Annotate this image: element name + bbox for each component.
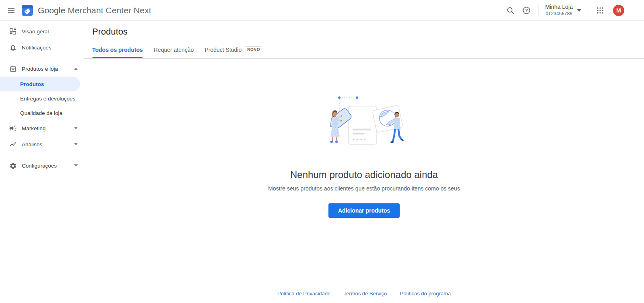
sidebar-item-label: Produtos bbox=[20, 81, 44, 87]
footer-separator: · bbox=[336, 291, 338, 297]
sidebar-divider bbox=[0, 155, 84, 155]
tab-bar: Todos os produtos Requer atenção Product… bbox=[84, 42, 644, 59]
chevron-down-icon bbox=[74, 164, 78, 167]
tab-needs-attention[interactable]: Requer atenção bbox=[154, 42, 194, 58]
empty-state: Nenhum produto adicionado ainda Mostre s… bbox=[84, 59, 644, 303]
sidebar-item-products-store[interactable]: Produtos e loja bbox=[0, 61, 84, 77]
app-title-google: Google bbox=[38, 6, 65, 15]
new-badge: NOVO bbox=[245, 46, 262, 53]
search-icon bbox=[506, 6, 515, 15]
sidebar-item-marketing[interactable]: Marketing bbox=[0, 120, 84, 136]
sidebar-divider bbox=[0, 58, 84, 58]
main-content: Produtos Todos os produtos Requer atençã… bbox=[84, 21, 644, 303]
apps-grid-icon bbox=[596, 6, 604, 14]
page-title: Produtos bbox=[92, 26, 644, 37]
box-icon bbox=[9, 65, 17, 73]
sidebar-item-label: Qualidade da loja bbox=[20, 110, 62, 116]
terms-of-service-link[interactable]: Termos de Serviço bbox=[344, 291, 387, 297]
empty-state-heading: Nenhum produto adicionado ainda bbox=[290, 169, 438, 180]
help-icon: ? bbox=[522, 6, 531, 15]
header-divider bbox=[539, 4, 539, 16]
app-title-product: Merchant Center Next bbox=[68, 6, 151, 15]
megaphone-icon bbox=[9, 124, 17, 132]
add-products-button[interactable]: Adicionar produtos bbox=[328, 203, 400, 218]
sidebar-item-overview[interactable]: Visão geral bbox=[0, 23, 84, 39]
hamburger-icon bbox=[7, 6, 15, 14]
sidebar-item-label: Configurações bbox=[22, 163, 57, 169]
triangle-down-icon bbox=[577, 9, 581, 12]
merchant-center-logo-icon bbox=[22, 5, 33, 16]
footer-separator: · bbox=[392, 291, 394, 297]
dashboard-icon bbox=[9, 27, 17, 35]
header-divider bbox=[588, 4, 588, 16]
search-button[interactable] bbox=[502, 2, 518, 18]
sidebar-item-label: Notificações bbox=[22, 45, 52, 51]
google-apps-button[interactable] bbox=[592, 2, 608, 18]
tab-label: Requer atenção bbox=[154, 47, 194, 53]
tab-product-studio[interactable]: Product Studio NOVO bbox=[204, 42, 262, 58]
account-id: 0123456789 bbox=[545, 11, 572, 17]
sidebar-item-label: Marketing bbox=[22, 125, 45, 131]
account-switcher[interactable]: Minha Loja 0123456789 bbox=[543, 2, 584, 18]
sidebar-item-analytics[interactable]: Análises bbox=[0, 136, 84, 152]
sidebar-item-label: Visão geral bbox=[22, 29, 49, 35]
account-name: Minha Loja bbox=[545, 4, 573, 11]
sidebar-item-shipping-returns[interactable]: Entregas e devoluções bbox=[0, 91, 84, 106]
sidebar: Visão geral Notificações Produtos e loja bbox=[0, 21, 84, 303]
sidebar-item-products[interactable]: Produtos bbox=[0, 77, 80, 91]
app-logo[interactable]: Google Merchant Center Next bbox=[22, 5, 151, 16]
chevron-down-icon bbox=[74, 127, 78, 129]
chevron-down-icon bbox=[74, 143, 78, 145]
empty-state-subtitle: Mostre seus produtos aos clientes que es… bbox=[268, 185, 460, 192]
privacy-policy-link[interactable]: Política de Privacidade bbox=[277, 291, 330, 297]
header-actions: ? Minha Loja 0123456789 M bbox=[502, 2, 644, 18]
top-app-bar: Google Merchant Center Next ? Minha Loja… bbox=[0, 0, 644, 21]
tab-all-products[interactable]: Todos os produtos bbox=[92, 42, 143, 58]
program-policies-link[interactable]: Políticas do programa bbox=[400, 291, 451, 297]
tab-label: Product Studio bbox=[204, 47, 242, 53]
empty-products-illustration bbox=[322, 94, 407, 148]
sidebar-item-label: Entregas e devoluções bbox=[20, 96, 75, 102]
line-chart-icon bbox=[9, 140, 17, 148]
tab-label: Todos os produtos bbox=[92, 47, 143, 53]
avatar[interactable]: M bbox=[613, 5, 624, 16]
hamburger-menu-button[interactable] bbox=[3, 2, 19, 18]
sidebar-item-notifications[interactable]: Notificações bbox=[0, 39, 84, 55]
sidebar-item-store-quality[interactable]: Qualidade da loja bbox=[0, 106, 84, 120]
sidebar-item-settings[interactable]: Configurações bbox=[0, 158, 84, 174]
bell-icon bbox=[9, 43, 17, 51]
sidebar-item-label: Produtos e loja bbox=[22, 66, 58, 72]
svg-text:?: ? bbox=[525, 8, 528, 12]
sidebar-item-label: Análises bbox=[22, 141, 42, 147]
app-title: Google Merchant Center Next bbox=[38, 6, 151, 15]
chevron-up-icon bbox=[74, 68, 78, 70]
gear-icon bbox=[9, 162, 17, 170]
footer-links: Política de Privacidade · Termos de Serv… bbox=[277, 291, 451, 297]
help-button[interactable]: ? bbox=[518, 2, 535, 18]
